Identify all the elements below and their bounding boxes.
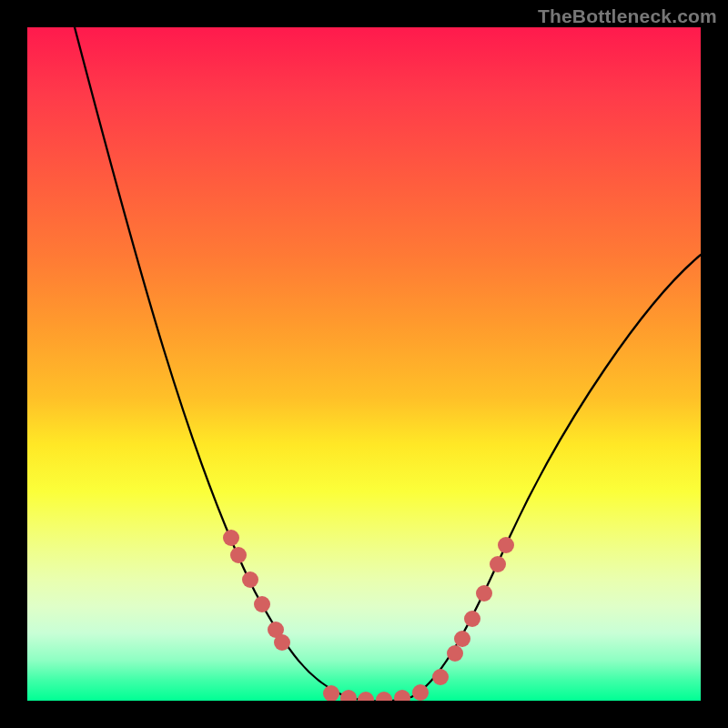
data-point <box>476 585 492 602</box>
data-point <box>340 690 357 701</box>
data-point <box>432 669 449 685</box>
data-point <box>358 692 374 701</box>
data-point <box>242 571 258 588</box>
data-points-group <box>223 530 514 701</box>
data-point <box>376 692 392 701</box>
data-point <box>254 596 270 612</box>
data-point <box>274 634 290 651</box>
data-point <box>464 611 480 627</box>
bottleneck-curve <box>75 27 701 701</box>
data-point <box>394 690 410 701</box>
data-point <box>447 645 463 662</box>
data-point <box>323 685 339 701</box>
data-point <box>230 547 247 563</box>
data-point <box>412 684 429 701</box>
data-point <box>454 631 470 647</box>
chart-svg <box>27 27 701 701</box>
data-point <box>490 556 506 572</box>
data-point <box>223 530 239 546</box>
data-point <box>498 537 514 553</box>
chart-area <box>27 27 701 701</box>
watermark-text: TheBottleneck.com <box>538 5 717 27</box>
